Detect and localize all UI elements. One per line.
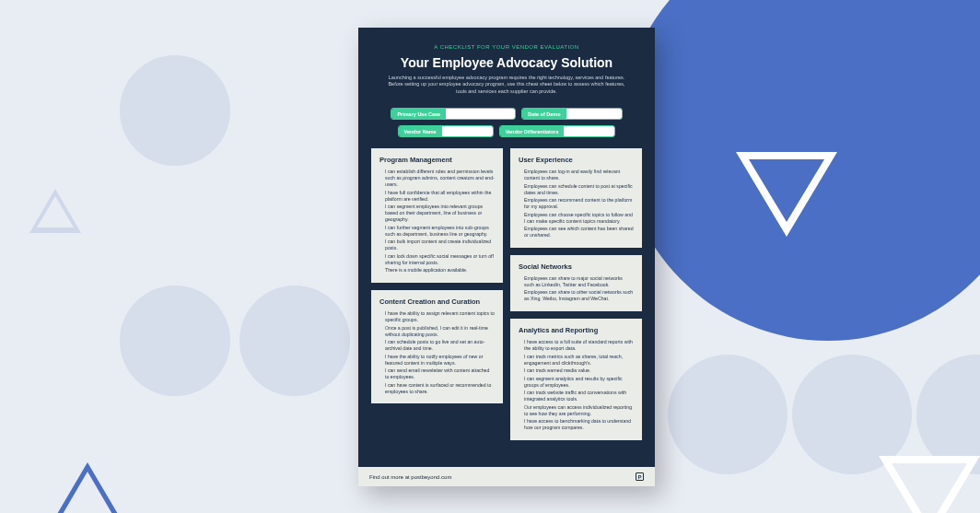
postbeyond-logo-icon: P <box>636 472 644 481</box>
list-item: Employees can share to other social netw… <box>524 289 634 302</box>
list-item: I have the ability to notify employees o… <box>385 354 495 367</box>
list-item: Employees can choose specific topics to … <box>524 212 634 225</box>
list-item: I can further segment employees into sub… <box>385 225 495 238</box>
list-item: I can establish different roles and perm… <box>385 169 495 188</box>
card-heading: Content Creation and Curation <box>379 297 495 306</box>
checklist: I have access to a full suite of standar… <box>519 339 634 431</box>
card-social-networks: Social Networks Employees can share to m… <box>510 255 642 311</box>
eyebrow-text: A CHECKLIST FOR YOUR VENDOR EVALUATION <box>384 44 629 50</box>
content-columns: Program Management I can establish diffe… <box>358 143 655 447</box>
list-item: Employees can see which content has been… <box>524 226 634 239</box>
list-item: There is a mobile application available. <box>385 267 495 274</box>
card-user-experience: User Experience Employees can log-in and… <box>510 148 642 248</box>
list-item: Once a post is published, I can edit it … <box>385 325 495 338</box>
list-item: I can track metrics such as shares, tota… <box>524 354 634 367</box>
list-item: I can send email newsletter with content… <box>385 367 495 380</box>
field-input[interactable] <box>564 126 614 136</box>
field-label: Vendor Name <box>399 126 442 136</box>
card-analytics: Analytics and Reporting I have access to… <box>510 319 642 440</box>
checklist: I have the ability to assign relevant co… <box>379 310 495 395</box>
intro-text: Launching a successful employee advocacy… <box>384 75 629 95</box>
list-item: I have full confidence that all employee… <box>385 190 495 203</box>
page-title: Your Employee Advocacy Solution <box>384 55 629 70</box>
list-item: I can schedule posts to go live and set … <box>385 339 495 352</box>
list-item: I have the ability to assign relevant co… <box>385 310 495 323</box>
card-heading: Analytics and Reporting <box>519 326 634 334</box>
left-column: Program Management I can establish diffe… <box>371 148 503 403</box>
bg-circle <box>120 286 230 396</box>
list-item: I can lock down specific social messages… <box>385 253 495 266</box>
triangle-icon <box>29 189 81 233</box>
bg-circle <box>668 355 788 474</box>
checklist: Employees can log-in and easily find rel… <box>519 169 634 239</box>
right-column: User Experience Employees can log-in and… <box>510 148 642 439</box>
checklist: Employees can share to major social netw… <box>519 275 634 303</box>
field-label: Primary Use Case <box>391 109 446 119</box>
field-vendor-name[interactable]: Vendor Name <box>398 125 494 137</box>
doc-header: A CHECKLIST FOR YOUR VENDOR EVALUATION Y… <box>358 28 655 102</box>
list-item: I can have content is surfaced or recomm… <box>385 382 495 395</box>
list-item: I can track earned media value. <box>524 367 634 374</box>
triangle-icon <box>736 152 837 237</box>
field-label: Vendor Differentiators <box>500 126 565 136</box>
list-item: I can segment employees into relevant gr… <box>385 204 495 223</box>
card-program-management: Program Management I can establish diffe… <box>371 148 503 283</box>
field-date-of-demo[interactable]: Date of Demo <box>521 108 622 120</box>
list-item: Employees can log-in and easily find rel… <box>524 169 634 181</box>
card-heading: User Experience <box>519 156 634 164</box>
list-item: I can segment analytics and results by s… <box>524 376 634 389</box>
bg-circle <box>239 286 350 396</box>
field-input[interactable] <box>566 109 622 119</box>
form-fields: Primary Use Case Date of Demo Vendor Nam… <box>358 102 655 143</box>
list-item: Employees can recommend content to the p… <box>524 197 634 210</box>
checklist: I can establish different roles and perm… <box>379 169 495 274</box>
card-heading: Social Networks <box>519 262 634 271</box>
list-item: I have access to a full suite of standar… <box>524 339 634 352</box>
field-primary-use-case[interactable]: Primary Use Case <box>391 108 516 120</box>
card-heading: Program Management <box>379 156 495 164</box>
field-input[interactable] <box>442 126 493 136</box>
list-item: Employees can share to major social netw… <box>524 275 634 288</box>
field-vendor-differentiators[interactable]: Vendor Differentiators <box>499 125 616 137</box>
doc-footer: Find out more at postbeyond.com P <box>358 467 655 486</box>
footer-text: Find out more at postbeyond.com <box>369 474 451 480</box>
field-label: Date of Demo <box>522 109 566 119</box>
triangle-icon <box>879 456 980 513</box>
list-item: I have access to benchmarking data to un… <box>524 418 634 431</box>
triangle-icon <box>41 462 134 513</box>
list-item: I can bulk import content and create ind… <box>385 239 495 251</box>
list-item: Employees can schedule content to post a… <box>524 183 634 196</box>
card-content-creation: Content Creation and Curation I have the… <box>371 290 503 403</box>
list-item: I can track website traffic and conversa… <box>524 390 634 402</box>
document-page: A CHECKLIST FOR YOUR VENDOR EVALUATION Y… <box>358 28 655 486</box>
list-item: Our employees can access individualized … <box>524 404 634 417</box>
bg-circle <box>120 55 230 166</box>
field-input[interactable] <box>446 109 515 119</box>
